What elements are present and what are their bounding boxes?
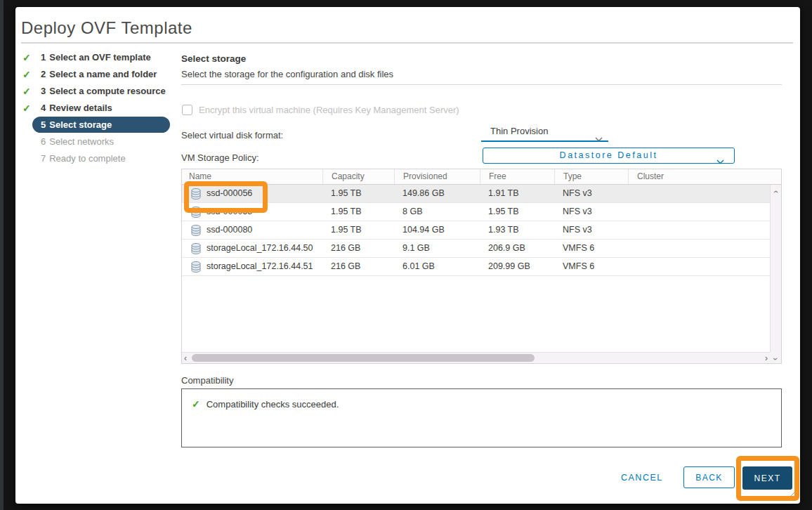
compatibility-box: ✓ Compatibility checks succeeded. <box>181 388 782 447</box>
datastore-name: ssd-000058 <box>207 203 252 221</box>
check-icon: ✓ <box>22 100 35 117</box>
step-label: Select a compute resource <box>49 86 165 96</box>
wizard-step-4[interactable]: ✓ 4Review details <box>21 100 181 117</box>
datastore-cluster <box>628 258 770 275</box>
cancel-button[interactable]: CANCEL <box>621 473 663 483</box>
step-label: Ready to complete <box>49 153 125 164</box>
datastore-table-body: ssd-000056 1.95 TB 149.86 GB 1.91 TB NFS… <box>182 185 770 352</box>
success-check-icon: ✓ <box>192 398 200 410</box>
check-icon: ✓ <box>22 83 35 100</box>
panel-subheading: Select the storage for the configuration… <box>181 69 393 79</box>
datastore-cluster <box>628 221 770 239</box>
datastore-free: 209.99 GB <box>480 258 554 275</box>
back-button[interactable]: BACK <box>683 466 735 488</box>
wizard-step-list: ✓ 1Select an OVF template ✓ 2Select a na… <box>21 49 181 167</box>
step-label: Review details <box>49 103 112 113</box>
encrypt-vm-row: Encrypt this virtual machine (Requires K… <box>182 105 459 115</box>
horizontal-scrollbar-thumb[interactable] <box>192 354 535 362</box>
column-header-name[interactable]: Name <box>182 169 322 184</box>
vertical-scrollbar[interactable]: ‹ <box>770 185 781 352</box>
encrypt-checkbox-label: Encrypt this virtual machine (Requires K… <box>199 105 459 115</box>
scroll-up-icon[interactable]: ‹ <box>771 190 781 193</box>
datastore-row-ssd-000058[interactable]: ssd-000058 1.95 TB 8 GB 1.95 TB NFS v3 <box>182 203 770 221</box>
column-header-provisioned[interactable]: Provisioned <box>394 169 480 184</box>
step-number: 1 <box>41 52 46 63</box>
datastore-row-storageLocal-50[interactable]: storageLocal_172.16.44.50 216 GB 9.1 GB … <box>182 240 770 258</box>
step-number: 4 <box>41 103 46 113</box>
wizard-step-5-active[interactable]: 5Select storage <box>21 117 181 133</box>
datastore-type: VMFS 6 <box>554 258 628 275</box>
disk-format-select[interactable]: Thin Provision <box>481 122 608 142</box>
datastore-provisioned: 104.94 GB <box>394 221 480 239</box>
datastore-name: storageLocal_172.16.44.50 <box>207 240 313 257</box>
datastore-type: NFS v3 <box>554 221 628 239</box>
title-divider <box>21 42 793 44</box>
datastore-capacity: 216 GB <box>322 240 394 257</box>
datastore-row-ssd-000080[interactable]: ssd-000080 1.95 TB 104.94 GB 1.93 TB NFS… <box>182 221 770 240</box>
datastore-free: 1.91 TB <box>480 185 554 202</box>
datastore-free: 1.93 TB <box>480 221 554 239</box>
wizard-step-3[interactable]: ✓ 3Select a compute resource <box>21 83 181 100</box>
wizard-step-7: 7Ready to complete <box>21 150 181 167</box>
datastore-icon <box>191 188 201 200</box>
step-number: 3 <box>41 86 46 96</box>
disk-format-value: Thin Provision <box>490 126 548 136</box>
step-number: 7 <box>41 153 46 164</box>
datastore-row-ssd-000056[interactable]: ssd-000056 1.95 TB 149.86 GB 1.91 TB NFS… <box>182 185 770 203</box>
datastore-type: VMFS 6 <box>554 240 628 257</box>
datastore-provisioned: 9.1 GB <box>394 240 480 257</box>
compatibility-message: Compatibility checks succeeded. <box>207 399 339 410</box>
datastore-icon <box>191 225 201 236</box>
column-header-type[interactable]: Type <box>554 169 628 184</box>
column-header-capacity[interactable]: Capacity <box>322 169 394 184</box>
datastore-type: NFS v3 <box>554 203 628 221</box>
scroll-right-icon[interactable]: › <box>765 353 768 363</box>
resize-grip[interactable] <box>785 490 795 501</box>
panel-divider <box>181 84 782 85</box>
next-button[interactable]: NEXT <box>742 466 792 490</box>
datastore-capacity: 1.95 TB <box>322 203 394 221</box>
scroll-down-icon[interactable]: › <box>771 358 780 360</box>
datastore-capacity: 216 GB <box>322 258 394 275</box>
storage-policy-select[interactable]: Datastore Default <box>483 148 735 164</box>
column-header-free[interactable]: Free <box>480 169 554 184</box>
datastore-provisioned: 8 GB <box>394 203 480 221</box>
datastore-row-storageLocal-51[interactable]: storageLocal_172.16.44.51 216 GB 6.01 GB… <box>182 258 770 276</box>
datastore-icon <box>191 261 201 273</box>
encrypt-checkbox[interactable] <box>182 105 192 115</box>
step-label: Select an OVF template <box>49 52 151 63</box>
datastore-cluster <box>628 185 770 202</box>
dialog-title: Deploy OVF Template <box>21 18 192 38</box>
datastore-type: NFS v3 <box>554 185 628 202</box>
datastore-table: Name Capacity Provisioned Free Type Clus… <box>181 169 782 364</box>
step-number: 2 <box>41 69 46 79</box>
datastore-free: 1.95 TB <box>480 203 554 221</box>
storage-policy-value: Datastore Default <box>560 150 658 160</box>
datastore-name: ssd-000080 <box>207 221 252 239</box>
datastore-free: 206.9 GB <box>480 240 554 257</box>
column-header-cluster[interactable]: Cluster <box>628 169 781 184</box>
step-label: Select networks <box>49 136 114 147</box>
scrollbar-corner[interactable]: › <box>770 352 781 363</box>
step-label: Select a name and folder <box>49 69 157 79</box>
panel-heading: Select storage <box>181 53 246 64</box>
datastore-name: ssd-000056 <box>207 185 252 202</box>
wizard-step-6: 6Select networks <box>21 133 181 150</box>
chevron-down-icon <box>716 155 724 169</box>
datastore-icon <box>191 207 201 218</box>
wizard-step-1[interactable]: ✓ 1Select an OVF template <box>21 49 181 66</box>
storage-policy-label: VM Storage Policy: <box>181 152 259 163</box>
scroll-left-icon[interactable]: ‹ <box>184 353 187 363</box>
step-number: 6 <box>41 136 46 147</box>
datastore-provisioned: 6.01 GB <box>394 258 480 275</box>
datastore-capacity: 1.95 TB <box>322 185 394 202</box>
datastore-name: storageLocal_172.16.44.51 <box>207 258 313 275</box>
horizontal-scrollbar[interactable]: ‹ › <box>182 352 770 363</box>
deploy-ovf-template-dialog: Deploy OVF Template ✓ 1Select an OVF tem… <box>15 7 800 504</box>
background-edge <box>0 0 4 510</box>
chevron-down-icon <box>595 130 603 148</box>
compatibility-label: Compatibility <box>181 375 233 386</box>
wizard-step-2[interactable]: ✓ 2Select a name and folder <box>21 66 181 83</box>
check-icon: ✓ <box>22 49 35 66</box>
datastore-table-header: Name Capacity Provisioned Free Type Clus… <box>182 169 781 185</box>
